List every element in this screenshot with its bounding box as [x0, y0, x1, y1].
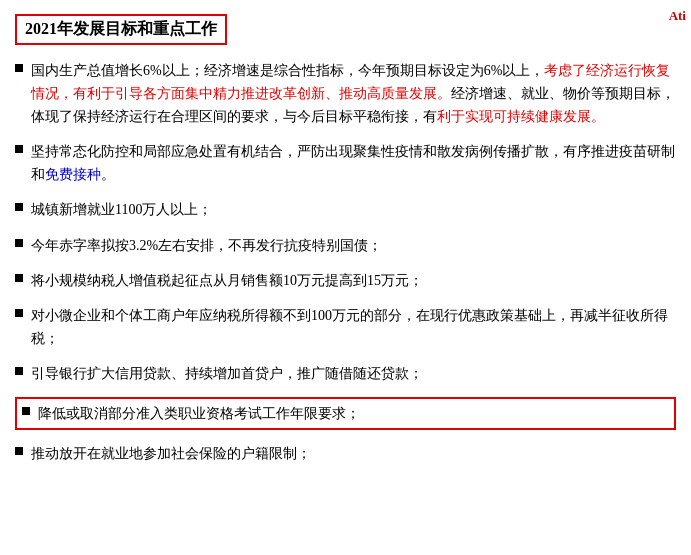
bullet-icon — [22, 407, 30, 415]
bullet-icon — [15, 64, 23, 72]
item-content: 坚持常态化防控和局部应急处置有机结合，严防出现聚集性疫情和散发病例传播扩散，有序… — [31, 140, 676, 186]
title-box: 2021年发展目标和重点工作 — [15, 14, 227, 45]
list-item: 对小微企业和个体工商户年应纳税所得额不到100万元的部分，在现行优惠政策基础上，… — [15, 304, 676, 350]
item-content: 国内生产总值增长6%以上；经济增速是综合性指标，今年预期目标设定为6%以上，考虑… — [31, 59, 676, 128]
bullet-icon — [15, 203, 23, 211]
bullet-icon — [15, 447, 23, 455]
list-item: 推动放开在就业地参加社会保险的户籍限制； — [15, 442, 676, 465]
list-item: 坚持常态化防控和局部应急处置有机结合，严防出现聚集性疫情和散发病例传播扩散，有序… — [15, 140, 676, 186]
item-content: 今年赤字率拟按3.2%左右安排，不再发行抗疫特别国债； — [31, 234, 676, 257]
item-content: 推动放开在就业地参加社会保险的户籍限制； — [31, 442, 676, 465]
list-item: 将小规模纳税人增值税起征点从月销售额10万元提高到15万元； — [15, 269, 676, 292]
list-item: 国内生产总值增长6%以上；经济增速是综合性指标，今年预期目标设定为6%以上，考虑… — [15, 59, 676, 128]
bullet-icon — [15, 309, 23, 317]
corner-label: Ati — [669, 8, 686, 24]
item-content: 降低或取消部分准入类职业资格考试工作年限要求； — [38, 402, 669, 425]
item-content: 城镇新增就业1100万人以上； — [31, 198, 676, 221]
list-item: 今年赤字率拟按3.2%左右安排，不再发行抗疫特别国债； — [15, 234, 676, 257]
bullet-icon — [15, 145, 23, 153]
bullet-icon — [15, 367, 23, 375]
highlighted-list-item: 降低或取消部分准入类职业资格考试工作年限要求； — [15, 397, 676, 430]
bullet-icon — [15, 274, 23, 282]
item-content: 将小规模纳税人增值税起征点从月销售额10万元提高到15万元； — [31, 269, 676, 292]
list-item: 城镇新增就业1100万人以上； — [15, 198, 676, 221]
page-container: Ati 2021年发展目标和重点工作 国内生产总值增长6%以上；经济增速是综合性… — [0, 0, 691, 492]
list-item: 引导银行扩大信用贷款、持续增加首贷户，推广随借随还贷款； — [15, 362, 676, 385]
item-content: 引导银行扩大信用贷款、持续增加首贷户，推广随借随还贷款； — [31, 362, 676, 385]
page-title: 2021年发展目标和重点工作 — [25, 20, 217, 37]
item-content: 对小微企业和个体工商户年应纳税所得额不到100万元的部分，在现行优惠政策基础上，… — [31, 304, 676, 350]
bullet-icon — [15, 239, 23, 247]
